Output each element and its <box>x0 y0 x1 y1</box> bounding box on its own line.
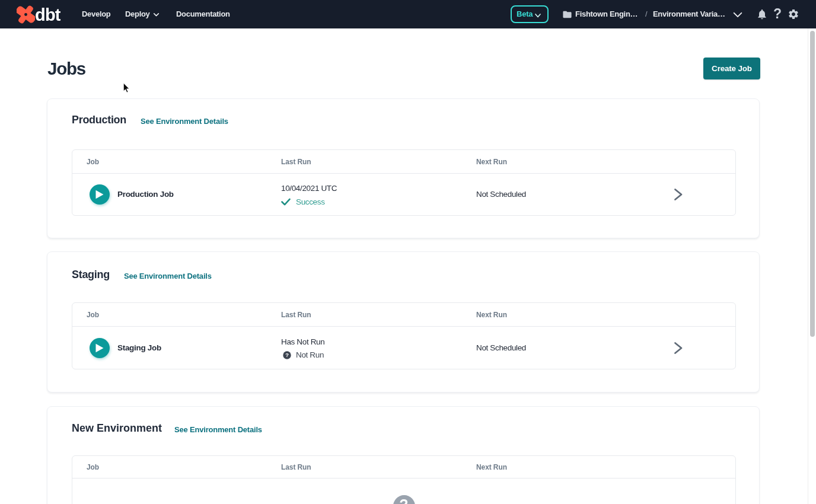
svg-text:?: ? <box>285 352 289 358</box>
